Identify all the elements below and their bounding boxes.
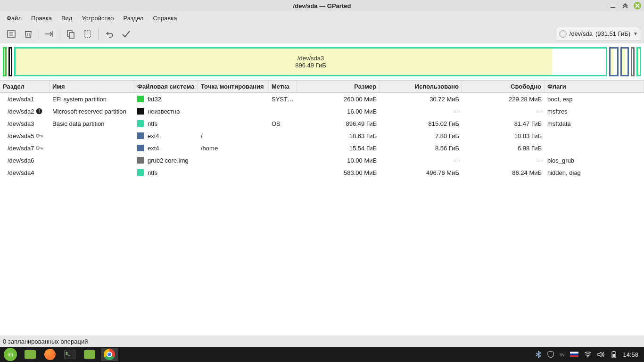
cell-label <box>269 133 297 138</box>
svg-text:lm: lm <box>8 352 13 357</box>
volume-icon[interactable] <box>597 351 605 358</box>
col-partition[interactable]: Раздел <box>0 81 50 92</box>
cell-used: 8.56 ГиБ <box>380 142 462 154</box>
col-flags[interactable]: Флаги <box>545 81 644 92</box>
col-used[interactable]: Использовано <box>380 81 462 92</box>
undo-button[interactable] <box>100 26 117 42</box>
diskmap-sda1[interactable] <box>3 47 7 76</box>
table-row[interactable]: /dev/sda3Basic data partitionntfsOS896.4… <box>0 117 644 130</box>
cell-free: 81.47 ГиБ <box>462 118 545 130</box>
copy-partition-button[interactable] <box>62 26 79 42</box>
keyboard-layout-icon[interactable] <box>570 352 578 357</box>
cell-size: 16.00 МиБ <box>297 106 380 117</box>
status-text: 0 запланированных операций <box>3 338 88 345</box>
svg-point-26 <box>587 356 588 357</box>
taskbar: lm $_ nv 14:58 <box>0 347 644 362</box>
col-filesystem[interactable]: Файловая система <box>134 81 198 92</box>
menu-help[interactable]: Справка <box>148 13 182 24</box>
cell-filesystem: ext4 <box>148 132 159 140</box>
cell-name <box>50 158 134 163</box>
cell-device: /dev/sda7 <box>8 145 34 152</box>
device-selector[interactable]: /dev/sda (931.51 ГиБ) ▼ <box>556 27 641 41</box>
warning-icon: ! <box>36 108 42 115</box>
diskmap-sda5[interactable] <box>609 47 619 76</box>
cell-used: 30.72 МиБ <box>380 93 462 105</box>
table-header: Раздел Имя Файловая система Точка монтир… <box>0 80 644 93</box>
col-mountpoint[interactable]: Точка монтирования <box>198 81 269 92</box>
cell-free: 86.24 МиБ <box>462 167 545 179</box>
menu-file[interactable]: Файл <box>2 13 26 24</box>
cell-device: /dev/sda5 <box>8 132 34 140</box>
cell-label: SYSTEM <box>269 93 297 105</box>
maximize-button[interactable] <box>621 2 629 9</box>
cell-free: 10.83 ГиБ <box>462 130 545 142</box>
cell-filesystem: ntfs <box>148 169 157 176</box>
taskbar-firefox[interactable] <box>41 348 58 361</box>
menu-view[interactable]: Вид <box>57 13 77 24</box>
nvidia-icon[interactable]: nv <box>560 352 565 357</box>
cell-used: 815.02 ГиБ <box>380 118 462 130</box>
bluetooth-icon[interactable] <box>535 351 542 358</box>
svg-point-21 <box>36 147 39 149</box>
cell-label <box>269 109 297 114</box>
delete-partition-button[interactable] <box>20 26 37 42</box>
menu-partition[interactable]: Раздел <box>118 13 148 24</box>
taskbar-terminal[interactable]: $_ <box>61 348 78 361</box>
cell-device: /dev/sda3 <box>8 120 34 127</box>
disk-map: /dev/sda3 896.49 ГиБ <box>0 43 644 80</box>
diskmap-sda7[interactable] <box>620 47 629 76</box>
apply-button[interactable] <box>117 26 134 42</box>
close-button[interactable] <box>634 2 641 9</box>
diskmap-sda6[interactable] <box>631 47 635 76</box>
battery-icon[interactable] <box>611 351 617 358</box>
wifi-icon[interactable] <box>584 351 592 358</box>
diskmap-sda3[interactable]: /dev/sda3 896.49 ГиБ <box>14 47 607 76</box>
fs-color-swatch <box>137 145 144 151</box>
cell-flags <box>545 146 644 150</box>
col-free[interactable]: Свободно <box>462 81 545 92</box>
menu-edit[interactable]: Правка <box>26 13 57 24</box>
fs-color-swatch <box>137 169 144 176</box>
new-partition-button[interactable] <box>3 26 20 42</box>
table-row[interactable]: /dev/sda5ext4/18.63 ГиБ7.80 ГиБ10.83 ГиБ <box>0 130 644 142</box>
table-row[interactable]: /dev/sda7ext4/home15.54 ГиБ8.56 ГиБ6.98 … <box>0 142 644 154</box>
device-path: /dev/sda <box>570 30 593 37</box>
cell-name <box>50 170 134 175</box>
chevron-down-icon: ▼ <box>633 31 638 36</box>
col-label[interactable]: Метка <box>269 81 297 92</box>
paste-partition-button[interactable] <box>79 26 96 42</box>
taskbar-files[interactable] <box>22 348 39 361</box>
cell-free: --- <box>462 106 545 117</box>
cell-mountpoint <box>198 121 269 126</box>
table-row[interactable]: /dev/sda6grub2 core.img10.00 МиБ------bi… <box>0 154 644 166</box>
cell-flags: msftdata <box>545 118 644 130</box>
shield-icon[interactable] <box>547 351 554 358</box>
diskmap-sda2[interactable] <box>8 47 12 76</box>
menubar: Файл Правка Вид Устройство Раздел Справк… <box>0 11 644 25</box>
table-row[interactable]: /dev/sda2!Microsoft reserved partitionне… <box>0 105 644 117</box>
cell-free: --- <box>462 155 545 166</box>
cell-flags <box>545 133 644 138</box>
table-row[interactable]: /dev/sda1EFI system partitionfat32SYSTEM… <box>0 93 644 105</box>
cell-filesystem: неизвестно <box>148 108 180 115</box>
cell-used: --- <box>380 155 462 166</box>
col-name[interactable]: Имя <box>50 81 134 92</box>
svg-rect-13 <box>69 33 74 38</box>
start-menu-button[interactable]: lm <box>2 348 19 361</box>
col-size[interactable]: Размер <box>297 81 380 92</box>
statusbar: 0 запланированных операций <box>0 336 644 347</box>
table-row[interactable]: /dev/sda4ntfs583.00 МиБ496.76 МиБ86.24 М… <box>0 166 644 179</box>
taskbar-chrome[interactable] <box>101 348 118 361</box>
taskbar-files-2[interactable] <box>81 348 98 361</box>
partition-table: Раздел Имя Файловая система Точка монтир… <box>0 80 644 336</box>
cell-mountpoint <box>198 109 269 114</box>
minimize-button[interactable] <box>609 2 617 9</box>
cell-device: /dev/sda1 <box>8 96 34 103</box>
menu-device[interactable]: Устройство <box>77 13 118 24</box>
resize-partition-button[interactable] <box>41 26 58 42</box>
cell-name: EFI system partition <box>50 93 134 105</box>
clock-text[interactable]: 14:58 <box>623 351 638 358</box>
cell-label <box>269 146 297 150</box>
diskmap-sda4[interactable] <box>636 47 641 76</box>
svg-rect-28 <box>613 351 615 352</box>
